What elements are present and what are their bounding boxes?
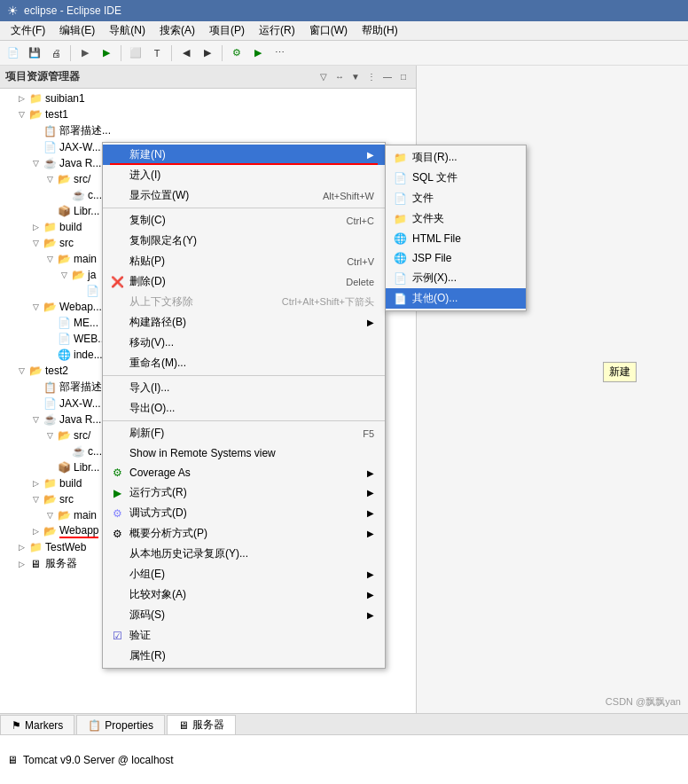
sub-new-html[interactable]: 🌐 HTML File bbox=[386, 229, 526, 248]
minimize-btn[interactable]: — bbox=[380, 70, 395, 84]
expand-toggle[interactable]: ▽ bbox=[14, 364, 28, 378]
ctx-profile-as[interactable]: ⚙ 概要分析方式(P) ▶ bbox=[103, 523, 385, 544]
ctx-copy[interactable]: 复制(C) Ctrl+C bbox=[103, 210, 385, 231]
bottom-content: 🖥 Tomcat v9.0 Server @ localhost bbox=[0, 735, 688, 784]
submenu-arrow: ▶ bbox=[367, 590, 374, 600]
sub-new-file[interactable]: 📄 文件 bbox=[386, 188, 526, 208]
ctx-build-path[interactable]: 构建路径(B) ▶ bbox=[103, 312, 385, 333]
expand-toggle[interactable]: ▽ bbox=[43, 508, 57, 522]
folder-icon: 📂 bbox=[43, 236, 57, 250]
next-edit-btn[interactable]: ▶ bbox=[198, 43, 217, 63]
sub-new-sql[interactable]: 📄 SQL 文件 bbox=[386, 168, 526, 188]
class-icon: ☕ bbox=[71, 188, 85, 202]
expand-toggle[interactable]: ▽ bbox=[28, 236, 43, 250]
servers-tab-icon: 🖥 bbox=[178, 719, 189, 732]
markers-icon: ⚑ bbox=[12, 719, 21, 732]
prev-edit-btn[interactable]: ◀ bbox=[176, 43, 196, 63]
context-menu: 新建(N) ▶ 📁 项目(R)... 📄 SQL 文件 📄 文件 📁 文件夹 bbox=[102, 142, 386, 669]
ctx-new[interactable]: 新建(N) ▶ 📁 项目(R)... 📄 SQL 文件 📄 文件 📁 文件夹 bbox=[103, 145, 385, 165]
java-icon: ☕ bbox=[43, 412, 57, 427]
menu-help[interactable]: 帮助(H) bbox=[355, 21, 405, 40]
open-type-btn[interactable]: T bbox=[147, 43, 167, 63]
tree-label: c... bbox=[88, 189, 102, 201]
ctx-debug-as[interactable]: ⚙ 调试方式(D) ▶ bbox=[103, 503, 385, 523]
ctx-run-as[interactable]: ▶ 运行方式(R) ▶ bbox=[103, 482, 385, 503]
debug-btn[interactable]: ▶ bbox=[75, 43, 95, 63]
expand-toggle[interactable]: ▽ bbox=[43, 428, 57, 443]
ctx-properties[interactable]: 属性(R) bbox=[103, 646, 385, 666]
tab-servers[interactable]: 🖥 服务器 bbox=[167, 715, 236, 734]
lib-icon: 📦 bbox=[57, 204, 71, 218]
expand-toggle[interactable]: ▽ bbox=[28, 300, 43, 314]
ctx-source[interactable]: 源码(S) ▶ bbox=[103, 605, 385, 625]
new-btn[interactable]: 📄 bbox=[4, 43, 23, 63]
menu-nav[interactable]: 导航(N) bbox=[102, 21, 152, 40]
expand-toggle[interactable]: ▽ bbox=[43, 172, 57, 186]
panel-title: 项目资源管理器 bbox=[5, 69, 80, 84]
expand-toggle[interactable]: ▷ bbox=[28, 524, 43, 538]
ctx-compare[interactable]: 比较对象(A) ▶ bbox=[103, 584, 385, 605]
maximize-btn[interactable]: □ bbox=[396, 70, 410, 84]
sub-new-project[interactable]: 📁 项目(R)... bbox=[386, 147, 526, 168]
ctx-delete[interactable]: ❌ 删除(D) Delete bbox=[103, 271, 385, 292]
ctx-copy-name[interactable]: 复制限定名(Y) bbox=[103, 231, 385, 251]
expand-toggle[interactable]: ▽ bbox=[28, 492, 43, 506]
menu-project[interactable]: 项目(P) bbox=[202, 21, 252, 40]
run-btn[interactable]: ▶ bbox=[97, 43, 116, 63]
print-btn[interactable]: 🖨 bbox=[46, 43, 66, 63]
ctx-coverage-as[interactable]: ⚙ Coverage As ▶ bbox=[103, 463, 385, 482]
ctx-restore-local[interactable]: 从本地历史记录复原(Y)... bbox=[103, 544, 385, 564]
menu-window[interactable]: 窗口(W) bbox=[302, 21, 355, 40]
lib-icon: 📦 bbox=[57, 460, 71, 474]
tree-item-suibian1[interactable]: ▷ 📁 suibian1 bbox=[0, 90, 416, 106]
link-editor-btn[interactable]: ↔ bbox=[332, 70, 347, 84]
expand-toggle[interactable]: ▷ bbox=[14, 91, 28, 106]
open-persp-btn[interactable]: ⬜ bbox=[126, 43, 145, 63]
expand-toggle[interactable]: ▽ bbox=[14, 107, 28, 122]
tab-properties[interactable]: 📋 Properties bbox=[76, 715, 165, 734]
more-btn[interactable]: ⋯ bbox=[270, 43, 289, 63]
validate-icon: ☑ bbox=[110, 629, 124, 643]
expand-toggle[interactable]: ▷ bbox=[28, 220, 43, 234]
expand-toggle[interactable]: ▷ bbox=[14, 540, 28, 554]
sub-new-example[interactable]: 📄 示例(X)... bbox=[386, 268, 526, 288]
expand-toggle[interactable]: ▽ bbox=[57, 268, 71, 282]
expand-toggle[interactable]: ▷ bbox=[14, 557, 28, 571]
expand-toggle[interactable]: ▽ bbox=[28, 412, 43, 427]
server-entry[interactable]: 🖥 Tomcat v9.0 Server @ localhost bbox=[7, 754, 174, 766]
submenu-arrow: ▶ bbox=[367, 468, 374, 478]
toolbar-sep-3 bbox=[171, 45, 172, 61]
menu-run[interactable]: 运行(R) bbox=[252, 21, 302, 40]
sub-new-folder[interactable]: 📁 文件夹 bbox=[386, 208, 526, 229]
run2-btn[interactable]: ▶ bbox=[248, 43, 268, 63]
sub-new-other[interactable]: 📄 其他(O)... bbox=[386, 288, 526, 309]
collapse-all-btn[interactable]: ▽ bbox=[317, 70, 331, 84]
ctx-export[interactable]: 导出(O)... bbox=[103, 398, 385, 419]
tab-markers[interactable]: ⚑ Markers bbox=[0, 715, 74, 734]
panel-menu-btn[interactable]: ⋮ bbox=[364, 70, 379, 84]
folder-icon: 📂 bbox=[57, 172, 71, 186]
ctx-show-remote[interactable]: Show in Remote Systems view bbox=[103, 443, 385, 463]
menu-file[interactable]: 文件(F) bbox=[4, 21, 52, 40]
ctx-team[interactable]: 小组(E) ▶ bbox=[103, 564, 385, 584]
ctx-refresh[interactable]: 刷新(F) F5 bbox=[103, 423, 385, 443]
coverage-btn[interactable]: ⚙ bbox=[227, 43, 246, 63]
ctx-move[interactable]: 移动(V)... bbox=[103, 333, 385, 353]
ctx-show-pos[interactable]: 显示位置(W) Alt+Shift+W bbox=[103, 185, 385, 206]
expand-toggle[interactable]: ▽ bbox=[43, 252, 57, 266]
expand-toggle[interactable]: ▽ bbox=[28, 156, 43, 170]
ctx-validate[interactable]: ☑ 验证 bbox=[103, 625, 385, 646]
tree-item-deploy[interactable]: ▷ 📋 部署描述... bbox=[0, 122, 416, 139]
separator-2 bbox=[103, 375, 385, 376]
ctx-enter[interactable]: 进入(I) bbox=[103, 165, 385, 185]
ctx-paste[interactable]: 粘贴(P) Ctrl+V bbox=[103, 251, 385, 271]
save-btn[interactable]: 💾 bbox=[25, 43, 44, 63]
menu-edit[interactable]: 编辑(E) bbox=[52, 21, 102, 40]
ctx-import[interactable]: 导入(I)... bbox=[103, 378, 385, 398]
sub-new-jsp[interactable]: 🌐 JSP File bbox=[386, 248, 526, 268]
menu-search[interactable]: 搜索(A) bbox=[152, 21, 202, 40]
expand-toggle[interactable]: ▷ bbox=[28, 476, 43, 490]
tree-item-test1[interactable]: ▽ 📂 test1 bbox=[0, 106, 416, 122]
filter-btn[interactable]: ▼ bbox=[348, 70, 363, 84]
ctx-rename[interactable]: 重命名(M)... bbox=[103, 353, 385, 373]
